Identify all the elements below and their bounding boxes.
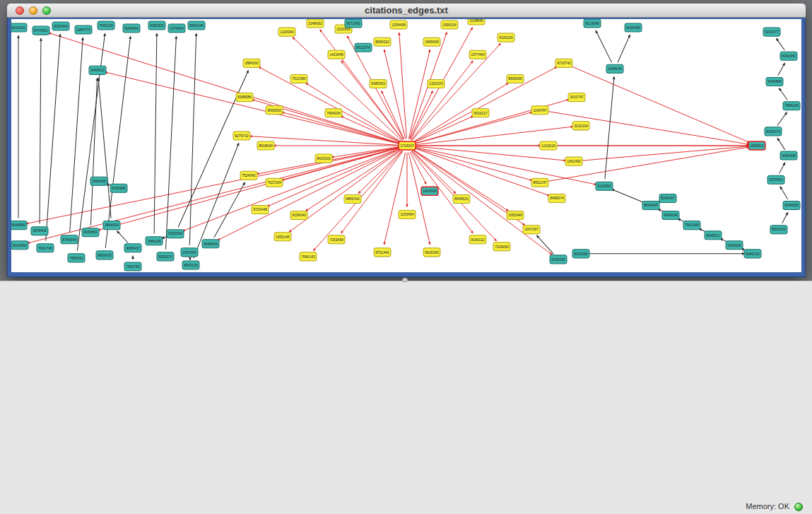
graph-node[interactable]: 8290959 xyxy=(780,52,797,60)
graph-node[interactable]: 8415322 xyxy=(315,154,332,163)
graph-node[interactable]: 8355272 xyxy=(157,252,174,261)
graph-node[interactable]: 1153454 xyxy=(399,211,416,219)
graph-node[interactable]: 9156983 xyxy=(110,184,127,192)
graph-node[interactable]: 9285063 xyxy=(370,79,387,88)
graph-node[interactable]: 1553145 xyxy=(274,233,291,241)
window-titlebar[interactable]: citations_edges.txt xyxy=(7,4,806,18)
graph-node[interactable]: 2037651 xyxy=(767,175,784,184)
graph-node[interactable]: 9234606 xyxy=(726,241,743,250)
graph-node[interactable]: 8505636 xyxy=(507,74,524,83)
graph-node[interactable]: 2560695 xyxy=(90,177,107,185)
graph-node[interactable]: 1669634 xyxy=(423,37,440,46)
graph-node[interactable]: 7627204 xyxy=(266,178,283,187)
graph-node[interactable]: 8355273 xyxy=(765,127,782,136)
graph-node[interactable]: 1724007 xyxy=(399,141,416,150)
graph-node[interactable]: 9275732 xyxy=(233,132,250,140)
graph-node[interactable]: 1052949 xyxy=(507,211,524,220)
graph-node[interactable]: 1423449 xyxy=(328,50,345,59)
graph-node[interactable]: 7253468 xyxy=(328,235,345,244)
graph-node[interactable]: 1996314 xyxy=(441,21,458,29)
graph-node[interactable]: 9360929 xyxy=(148,21,165,30)
graph-node[interactable]: 1128540 xyxy=(468,19,485,25)
graph-node[interactable]: 9065408 xyxy=(780,151,797,160)
graph-node[interactable]: 2616362 xyxy=(11,23,27,32)
graph-node[interactable]: 3216104 xyxy=(572,122,589,130)
graph-node[interactable]: 1884202 xyxy=(243,59,260,67)
graph-node[interactable]: 9415343 xyxy=(423,248,440,257)
graph-node[interactable]: 2037650 xyxy=(181,248,198,257)
network-canvas[interactable]: 2616362877455191554941054773769010582906… xyxy=(11,19,801,272)
graph-node[interactable]: 8549522 xyxy=(453,194,470,203)
graph-node[interactable]: 8103064 xyxy=(11,241,28,250)
graph-node[interactable]: 2040512 xyxy=(89,66,106,74)
graph-node[interactable]: 8903325 xyxy=(182,261,199,269)
graph-node[interactable]: 7684106 xyxy=(783,102,800,110)
graph-node[interactable]: 7590782 xyxy=(124,262,141,271)
graph-node[interactable]: 9245032 xyxy=(550,255,567,264)
graph-node[interactable]: 7684105 xyxy=(146,237,163,245)
graph-node[interactable]: 8113049 xyxy=(584,19,601,28)
graph-node[interactable]: 7583932 xyxy=(68,254,85,262)
graph-node[interactable]: 1124340 xyxy=(278,28,295,36)
graph-node[interactable]: 1648634 xyxy=(606,64,623,73)
graph-node[interactable]: 9046889 xyxy=(11,221,27,230)
graph-node[interactable]: 7690105 xyxy=(98,21,114,30)
graph-node[interactable]: 1610747 xyxy=(568,93,585,102)
graph-node[interactable]: 8094022 xyxy=(374,37,391,46)
graph-node[interactable]: 1254499 xyxy=(390,21,407,29)
graph-node[interactable]: 9106226 xyxy=(498,33,514,42)
graph-node[interactable]: 8551247 xyxy=(531,178,548,187)
graph-node[interactable]: 7904034 xyxy=(325,109,342,117)
graph-node[interactable]: 8290654 xyxy=(123,24,140,33)
graph-node[interactable]: 9155495 xyxy=(625,23,642,32)
graph-node[interactable]: 7524542 xyxy=(240,171,257,180)
graph-node[interactable]: 7224060 xyxy=(493,243,510,251)
graph-node[interactable]: 8136407 xyxy=(659,194,676,202)
graph-node[interactable]: 1210616 xyxy=(540,141,557,150)
graph-node[interactable]: 1320253 xyxy=(428,79,445,88)
graph-node[interactable]: 1047267 xyxy=(523,226,540,234)
graph-node[interactable]: 9506562 xyxy=(266,106,283,115)
graph-node[interactable]: 9046890 xyxy=(766,77,783,86)
graph-node[interactable]: 1559813 xyxy=(748,141,765,150)
graph-node[interactable]: 1279934 xyxy=(168,24,185,33)
graph-node[interactable]: 9046554 xyxy=(202,240,219,248)
graph-node[interactable]: 2894624 xyxy=(103,221,120,230)
graph-node[interactable]: 8755644 xyxy=(61,235,78,244)
graph-node[interactable]: 9065407 xyxy=(124,244,141,252)
graph-node[interactable]: 8903326 xyxy=(770,226,787,234)
graph-node[interactable]: 9049591 xyxy=(82,228,99,237)
graph-node[interactable]: 2248062 xyxy=(307,19,324,28)
graph-node[interactable]: 9719742 xyxy=(555,59,572,67)
graph-node[interactable]: 9016217 xyxy=(472,109,489,117)
graph-node[interactable]: 8188586 xyxy=(236,93,253,102)
graph-node[interactable]: 9723448 xyxy=(252,205,269,214)
graph-node[interactable]: 8774551 xyxy=(33,26,49,35)
graph-node[interactable]: 9155494 xyxy=(52,22,69,30)
graph-node[interactable]: 9495974 xyxy=(548,194,565,202)
graph-node[interactable]: 1914545 xyxy=(421,187,438,195)
graph-node[interactable]: 8918694 xyxy=(257,141,274,150)
graph-node[interactable]: 9856342 xyxy=(344,194,361,203)
splitter-handle[interactable] xyxy=(402,278,408,282)
graph-node[interactable]: 7901348 xyxy=(683,221,700,230)
graph-node[interactable]: 1051492 xyxy=(565,157,582,165)
graph-node[interactable]: 9150377 xyxy=(763,28,780,36)
graph-node[interactable]: 8194112 xyxy=(469,235,486,244)
graph-node[interactable]: 9046102 xyxy=(744,250,761,258)
graph-node[interactable]: 1977464 xyxy=(469,50,486,59)
graph-node[interactable]: 3978906 xyxy=(31,227,48,235)
graph-node[interactable]: 8103065 xyxy=(572,250,589,258)
graph-node[interactable]: 1054773 xyxy=(75,25,92,34)
graph-node[interactable]: 9046555 xyxy=(783,201,800,209)
graph-node[interactable]: 8649495 xyxy=(642,201,659,209)
graph-node[interactable]: 9572342 xyxy=(345,19,362,28)
graph-node[interactable]: 9154043 xyxy=(290,211,307,220)
graph-node[interactable]: 8751442 xyxy=(374,248,391,257)
graph-node[interactable]: 9046049 xyxy=(662,211,679,220)
graph-node[interactable]: 7901745 xyxy=(37,244,54,252)
graph-node[interactable]: 9150364 xyxy=(167,230,184,238)
graph-node[interactable]: 8649511 xyxy=(705,231,722,240)
graph-node[interactable]: 7512380 xyxy=(290,74,307,83)
graph-node[interactable]: 8312074 xyxy=(355,43,372,52)
